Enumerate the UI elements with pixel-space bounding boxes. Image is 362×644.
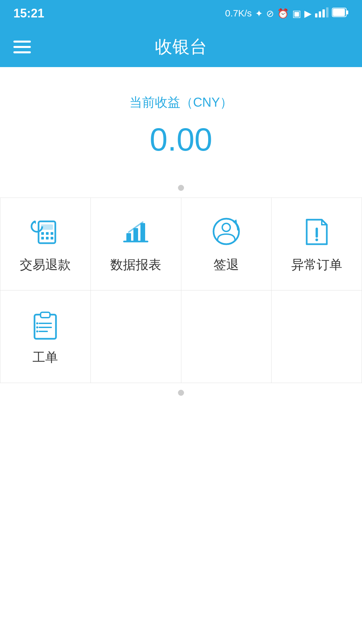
workorder-icon <box>28 307 62 341</box>
menu-button[interactable] <box>13 41 31 53</box>
svg-point-33 <box>36 330 38 332</box>
page-indicator <box>0 178 362 198</box>
hamburger-line-1 <box>13 41 31 43</box>
svg-point-25 <box>315 238 318 241</box>
status-bar: 15:21 0.7K/s ✦ ⊘ ⏰ ▣ ▶ <box>0 0 362 27</box>
network-speed: 0.7K/s <box>225 8 252 19</box>
svg-point-22 <box>222 223 230 231</box>
main-content: 当前收益（CNY） 0.00 <box>0 67 362 610</box>
svg-point-32 <box>36 326 38 328</box>
grid-item-empty-2 <box>181 290 272 383</box>
abnormal-label: 异常订单 <box>291 256 342 273</box>
svg-rect-0 <box>315 13 317 17</box>
svg-rect-27 <box>41 312 50 318</box>
checkout-label: 签退 <box>214 256 239 273</box>
empty-space <box>0 409 362 610</box>
grid-row-1: 交易退款 数据报表 <box>0 198 362 290</box>
signal-bars <box>315 7 328 20</box>
grid-item-abnormal[interactable]: 异常订单 <box>272 198 362 290</box>
status-time: 15:21 <box>13 6 44 20</box>
refund-label: 交易退款 <box>20 256 71 273</box>
svg-rect-12 <box>41 237 44 239</box>
grid-row-2: 工单 <box>0 290 362 383</box>
svg-rect-9 <box>41 232 44 235</box>
svg-rect-2 <box>322 9 325 17</box>
svg-rect-18 <box>126 233 131 241</box>
svg-point-31 <box>36 322 38 324</box>
status-icons: 0.7K/s ✦ ⊘ ⏰ ▣ ▶ <box>225 7 349 20</box>
svg-point-15 <box>32 221 42 232</box>
svg-rect-13 <box>46 237 49 239</box>
svg-rect-10 <box>46 232 49 235</box>
alarm-icon: ⏰ <box>277 8 289 19</box>
report-icon <box>119 215 153 248</box>
svg-rect-14 <box>51 237 53 239</box>
grid-item-workorder[interactable]: 工单 <box>0 290 91 383</box>
svg-rect-1 <box>319 11 321 17</box>
grid-menu: 交易退款 数据报表 <box>0 198 362 383</box>
svg-rect-20 <box>140 223 145 241</box>
balance-amount: 0.00 <box>13 121 349 158</box>
sim-icon: ▣ <box>292 8 301 19</box>
hamburger-line-3 <box>13 51 31 53</box>
no-disturb-icon: ⊘ <box>266 8 274 19</box>
svg-rect-11 <box>51 232 53 235</box>
balance-label: 当前收益（CNY） <box>13 94 349 111</box>
signal-icon: ▶ <box>304 8 312 19</box>
grid-item-report[interactable]: 数据报表 <box>91 198 181 290</box>
grid-item-empty-1 <box>91 290 181 383</box>
svg-rect-19 <box>133 228 138 241</box>
hamburger-line-2 <box>13 46 31 48</box>
svg-rect-3 <box>326 7 328 17</box>
page-title: 收银台 <box>155 35 207 59</box>
battery-icon <box>332 8 349 19</box>
bluetooth-icon: ✦ <box>255 8 263 19</box>
refund-icon <box>28 215 62 248</box>
bottom-dot <box>178 390 184 396</box>
svg-rect-6 <box>333 9 345 16</box>
svg-rect-5 <box>347 10 348 14</box>
workorder-label: 工单 <box>33 349 58 366</box>
grid-item-checkout[interactable]: 签退 <box>181 198 272 290</box>
grid-item-empty-3 <box>272 290 362 383</box>
bottom-indicator <box>0 383 362 409</box>
report-label: 数据报表 <box>110 256 161 273</box>
balance-section: 当前收益（CNY） 0.00 <box>0 67 362 178</box>
page-dot-active <box>178 185 184 191</box>
grid-item-refund[interactable]: 交易退款 <box>0 198 91 290</box>
app-header: 收银台 <box>0 27 362 67</box>
checkout-icon <box>209 215 243 248</box>
abnormal-icon <box>300 215 334 248</box>
